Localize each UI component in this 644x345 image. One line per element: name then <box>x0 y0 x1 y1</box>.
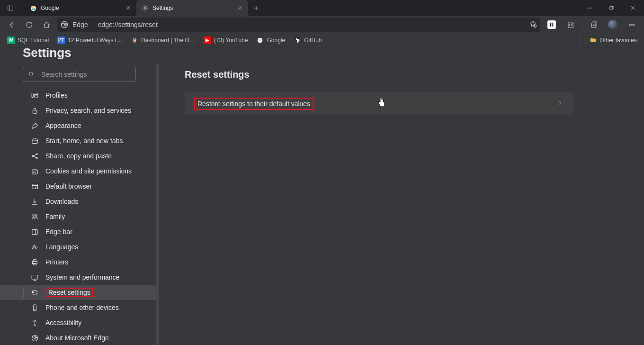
bookmark-label: Dashboard | The O… <box>141 37 195 44</box>
tab-title: Google <box>41 5 120 11</box>
bookmark-google[interactable]: G Google <box>252 36 289 44</box>
svg-point-7 <box>629 24 630 25</box>
bookmark-label: SQL Tutorial <box>18 37 49 44</box>
sidebar-item-system[interactable]: System and performance <box>0 270 159 285</box>
reset-icon <box>30 289 39 297</box>
edge-icon <box>30 334 39 342</box>
sidebar-item-label: Appearance <box>45 122 81 129</box>
bookmark-icon: G <box>256 36 264 44</box>
sidebar-item-label: Edge bar <box>45 228 72 236</box>
tab-close-button[interactable] <box>236 4 243 12</box>
search-settings-field[interactable] <box>40 70 131 79</box>
ext-r-button[interactable]: R <box>542 18 561 32</box>
sidebar-item-label: Phone and other devices <box>45 304 119 311</box>
svg-point-18 <box>32 155 33 157</box>
lang-icon <box>30 243 39 251</box>
sidebar-item-family[interactable]: Family <box>0 209 159 224</box>
window-restore-button[interactable] <box>600 0 622 16</box>
svg-rect-32 <box>32 275 38 279</box>
svg-rect-16 <box>33 110 37 113</box>
sidebar-item-label: Share, copy and paste <box>45 152 112 160</box>
collections-button[interactable] <box>584 18 603 32</box>
edge-icon <box>60 20 69 29</box>
restore-defaults-card[interactable]: Restore settings to their default values <box>185 92 573 115</box>
window-minimize-button[interactable] <box>579 0 600 16</box>
sidebar-item-appearance[interactable]: Appearance <box>0 118 159 133</box>
sidebar-item-about[interactable]: About Microsoft Edge <box>0 330 159 345</box>
tab-google[interactable]: Google <box>25 0 136 16</box>
sidebar-item-cookies[interactable]: Cookies and site permissions <box>0 163 159 179</box>
sidebar-item-edgebar[interactable]: Edge bar <box>0 224 159 239</box>
sidebar-item-privacy[interactable]: Privacy, search, and services <box>0 103 159 118</box>
search-icon <box>28 71 35 79</box>
sidebar-item-printers[interactable]: Printers <box>0 254 159 270</box>
tab-settings[interactable]: Settings <box>136 0 248 16</box>
sidebar-item-default[interactable]: Default browser <box>0 179 159 194</box>
home-button[interactable] <box>38 18 55 32</box>
sidebar-item-start[interactable]: Start, home, and new tabs <box>0 133 159 148</box>
tab-actions-button[interactable] <box>0 0 21 16</box>
divider <box>93 21 93 28</box>
svg-rect-17 <box>32 139 37 143</box>
extensions-button[interactable] <box>561 18 580 32</box>
sidebar-item-share[interactable]: Share, copy and paste <box>0 148 159 163</box>
back-button[interactable] <box>3 18 20 32</box>
sidebar-item-downloads[interactable]: Downloads <box>0 194 159 209</box>
sidebar-scrollbar[interactable] <box>156 64 159 345</box>
favorite-button[interactable] <box>529 20 537 29</box>
search-settings-input[interactable] <box>23 67 136 82</box>
sidebar-item-phone[interactable]: Phone and other devices <box>0 300 159 315</box>
sidebar-item-label: System and performance <box>45 273 119 281</box>
svg-point-13 <box>29 72 33 75</box>
bookmark-sql-tutorial[interactable]: W SQL Tutorial <box>3 36 53 44</box>
spacer <box>21 0 25 16</box>
bookmark-label: Google <box>267 37 285 44</box>
svg-point-23 <box>35 172 36 173</box>
profile-icon <box>30 91 39 100</box>
svg-rect-3 <box>610 7 613 9</box>
svg-point-15 <box>33 94 34 96</box>
sidebar-item-a11y[interactable]: Accessibility <box>0 315 159 330</box>
star-plus-icon <box>529 20 537 28</box>
brush-icon <box>30 122 39 130</box>
window-close-button[interactable] <box>622 0 644 16</box>
ext-r-icon: R <box>547 20 556 29</box>
bookmark-youtube[interactable]: ▶ (73) YouTube <box>199 36 252 44</box>
sidebar-item-label: Reset settings <box>45 288 93 297</box>
bookmark-powerful-ways[interactable]: PT 12 Powerful Ways t… <box>53 36 126 44</box>
tab-title: Settings <box>152 5 232 11</box>
app-menu-button[interactable] <box>622 18 641 32</box>
bookmark-label: (73) YouTube <box>214 37 248 44</box>
other-favorites-button[interactable]: Other favorites <box>585 36 641 44</box>
sidebar-item-label: Accessibility <box>45 319 81 327</box>
sidebar-item-languages[interactable]: Languages <box>0 239 159 254</box>
new-tab-button[interactable] <box>248 0 264 16</box>
sidebar-item-reset[interactable]: Reset settings <box>0 285 159 300</box>
sidebar-item-label: Privacy, search, and services <box>45 107 131 114</box>
plus-icon <box>253 5 259 11</box>
sidebar-item-profiles[interactable]: Profiles <box>0 88 159 103</box>
a11y-icon <box>30 319 39 327</box>
tab-close-button[interactable] <box>124 4 132 12</box>
svg-point-22 <box>33 172 34 172</box>
bookmark-label: 12 Powerful Ways t… <box>68 37 122 44</box>
collections-icon <box>590 21 598 29</box>
svg-point-27 <box>35 214 37 216</box>
svg-rect-24 <box>32 184 37 189</box>
sidebar-item-label: Start, home, and new tabs <box>45 137 123 145</box>
restore-icon <box>608 5 615 11</box>
profile-button[interactable] <box>603 18 622 32</box>
bookmark-dashboard[interactable]: 🦉 Dashboard | The O… <box>126 36 199 44</box>
refresh-button[interactable] <box>20 18 37 32</box>
arrow-left-icon <box>8 21 16 29</box>
sidebar-item-label: Languages <box>45 243 78 251</box>
avatar-icon <box>608 20 617 29</box>
sidebar-item-label: Profiles <box>45 91 68 99</box>
system-icon <box>30 273 39 281</box>
address-bar[interactable]: Edge edge://settings/reset <box>57 18 540 32</box>
bookmark-github[interactable]: GitHub <box>289 36 326 44</box>
bookmark-icon: W <box>7 36 15 44</box>
page-title: Reset settings <box>185 69 644 80</box>
download-icon <box>30 198 39 206</box>
divider <box>582 20 582 29</box>
